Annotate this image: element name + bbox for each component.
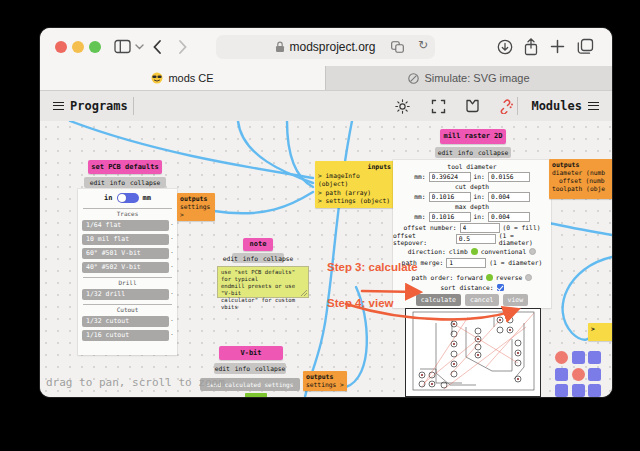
tool-diameter-mm-input[interactable] <box>429 172 471 182</box>
tab-overview-icon[interactable] <box>577 38 594 55</box>
minimize-window-button[interactable] <box>72 41 84 53</box>
edit-button[interactable]: edit <box>215 365 230 372</box>
info-button[interactable]: info <box>110 179 125 186</box>
disconnected-link-icon[interactable] <box>498 99 514 114</box>
sort-distance-checkbox[interactable] <box>497 284 504 291</box>
input-port-path[interactable]: > path (array) <box>318 189 391 198</box>
collapse-button[interactable]: collapse <box>255 365 285 372</box>
max-depth-in-input[interactable] <box>488 212 530 222</box>
cut-depth-mm-input[interactable] <box>429 192 471 202</box>
zoom-window-button[interactable] <box>89 41 101 53</box>
offset-number-label: offset number: <box>404 224 457 231</box>
module-editbar: edit info collapse <box>214 363 286 374</box>
edit-button[interactable]: edit <box>223 255 238 262</box>
edge-input-port[interactable]: > <box>588 323 612 341</box>
mods-toolbar: Programs Modules <box>40 91 612 122</box>
collapse-button[interactable]: collapse <box>130 179 160 186</box>
pattern-square <box>555 384 568 397</box>
info-button[interactable]: info <box>458 149 473 156</box>
view-button[interactable]: view <box>503 294 529 306</box>
mm-label: mm: <box>414 213 425 220</box>
diameter-output-port[interactable]: diameter (numb <box>552 169 605 176</box>
calculate-button[interactable]: calculate <box>416 294 461 306</box>
preset-button[interactable]: 60° #501 V-bit <box>82 248 169 259</box>
settings-output-port[interactable]: settings > <box>180 203 210 218</box>
unit-toggle[interactable] <box>117 193 139 203</box>
max-depth-label: max depth <box>393 202 551 211</box>
modules-menu-button[interactable]: Modules <box>531 91 599 121</box>
tab-label: Simulate: SVG image <box>424 72 529 84</box>
collapse-button[interactable]: collapse <box>478 149 508 156</box>
hamburger-icon <box>588 102 599 110</box>
preset-button[interactable]: 40° #502 V-bit <box>82 262 169 273</box>
edit-button[interactable]: edit <box>90 179 105 186</box>
path-merge-input[interactable] <box>446 258 486 268</box>
forward-button[interactable] <box>178 39 188 55</box>
mods-canvas[interactable]: in mm Traces 1/64 flat 10 mil flat 60° #… <box>40 121 612 397</box>
reverse-radio[interactable] <box>525 274 532 281</box>
close-window-button[interactable] <box>55 41 67 53</box>
vbit-green-button-cut[interactable] <box>245 393 267 397</box>
back-button[interactable] <box>152 39 162 55</box>
cut-depth-label: cut depth <box>393 182 551 191</box>
module-editbar: edit info collapse <box>435 147 511 158</box>
info-button[interactable]: info <box>243 255 258 262</box>
outputs-title: outputs <box>306 373 333 381</box>
cut-depth-in-input[interactable] <box>488 192 530 202</box>
tab-mods-ce[interactable]: mods CE <box>40 66 325 90</box>
preset-button[interactable]: 1/64 flat <box>82 220 169 231</box>
toolpath-svg <box>406 309 540 396</box>
share-icon[interactable] <box>524 38 538 56</box>
preset-button[interactable]: 1/32 cutout <box>82 316 169 327</box>
conventional-radio[interactable] <box>529 248 536 255</box>
toggle-knob <box>118 194 126 202</box>
browser-titlebar: modsproject.org ↻ <box>40 28 612 66</box>
outputs-title: outputs <box>180 195 207 203</box>
note-header[interactable]: note <box>243 238 273 251</box>
mill-raster-2d-header[interactable]: mill raster 2D <box>440 129 506 144</box>
cancel-button[interactable]: cancel <box>465 294 498 306</box>
vbit-calculator-header[interactable]: V-bit calculator <box>219 346 283 360</box>
offset-output-port[interactable]: offset (numb <box>552 177 605 184</box>
tab-bar: mods CE Simulate: SVG image <box>40 66 612 91</box>
input-port-settings[interactable]: > settings (object) <box>318 197 391 206</box>
translate-icon[interactable] <box>391 41 404 53</box>
preset-button[interactable]: 1/32 drill <box>82 289 169 300</box>
downloads-icon[interactable] <box>497 39 513 55</box>
climb-radio[interactable] <box>471 248 478 255</box>
input-port-imageinfo[interactable]: > imageInfo (object) <box>318 172 391 189</box>
new-tab-icon[interactable] <box>550 39 565 54</box>
note-textarea[interactable]: use "set PCB defaults" for typical endmi… <box>217 266 309 298</box>
max-depth-mm-input[interactable] <box>429 212 471 222</box>
theme-sun-icon[interactable] <box>395 99 410 114</box>
pattern-square <box>588 351 601 364</box>
set-pcb-defaults-header[interactable]: set PCB defaults <box>88 160 162 174</box>
collapse-button[interactable]: collapse <box>263 255 293 262</box>
preset-button[interactable]: 1/16 cutout <box>82 330 169 341</box>
compass-icon <box>408 73 419 84</box>
forward-label: forward <box>456 274 483 281</box>
mill-raster-2d-body: tool diameter mm: in: cut depth mm: in: … <box>393 160 551 308</box>
drill-section-label: Drill <box>83 277 172 286</box>
offset-number-input[interactable] <box>460 223 500 233</box>
toolpath-output-port[interactable]: toolpath (obje <box>552 185 605 192</box>
sidebar-icon[interactable] <box>114 39 131 54</box>
info-button[interactable]: info <box>235 365 250 372</box>
tool-diameter-in-input[interactable] <box>488 172 530 182</box>
mods-logo-icon[interactable] <box>465 99 480 113</box>
conventional-label: conventional <box>481 248 527 255</box>
chevron-down-icon[interactable] <box>135 44 144 50</box>
address-bar[interactable]: modsproject.org ↻ <box>216 35 435 59</box>
programs-menu-button[interactable]: Programs <box>53 91 128 121</box>
pattern-square <box>588 368 601 381</box>
offset-stepover-input[interactable] <box>456 234 496 244</box>
reload-icon[interactable]: ↻ <box>418 38 428 52</box>
module-editbar: edit info collapse <box>84 177 166 188</box>
forward-radio[interactable] <box>486 274 493 281</box>
tab-simulate-svg[interactable]: Simulate: SVG image <box>325 66 612 90</box>
preset-button[interactable]: 10 mil flat <box>82 234 169 245</box>
edit-button[interactable]: edit <box>438 149 453 156</box>
fullscreen-icon[interactable] <box>431 99 446 114</box>
settings-output-port[interactable]: settings > <box>306 381 344 388</box>
modules-label: Modules <box>531 99 582 113</box>
